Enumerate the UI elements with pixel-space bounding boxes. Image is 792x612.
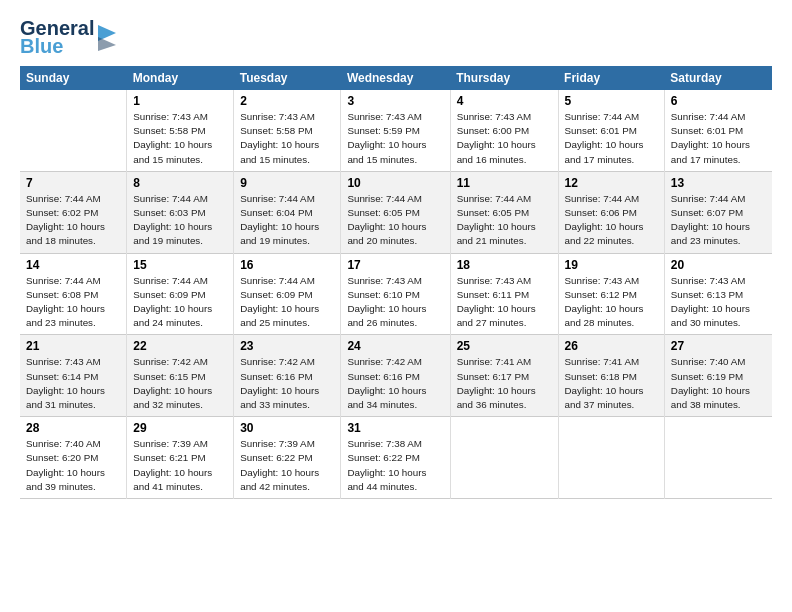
calendar-cell: 29Sunrise: 7:39 AM Sunset: 6:21 PM Dayli… [127, 417, 234, 499]
calendar-cell: 25Sunrise: 7:41 AM Sunset: 6:17 PM Dayli… [450, 335, 558, 417]
day-number: 24 [347, 339, 443, 353]
day-info: Sunrise: 7:40 AM Sunset: 6:20 PM Dayligh… [26, 437, 120, 494]
calendar-cell: 27Sunrise: 7:40 AM Sunset: 6:19 PM Dayli… [664, 335, 772, 417]
day-info: Sunrise: 7:42 AM Sunset: 6:15 PM Dayligh… [133, 355, 227, 412]
calendar-cell: 20Sunrise: 7:43 AM Sunset: 6:13 PM Dayli… [664, 253, 772, 335]
day-info: Sunrise: 7:41 AM Sunset: 6:18 PM Dayligh… [565, 355, 658, 412]
weekday-header-thursday: Thursday [450, 66, 558, 90]
day-number: 20 [671, 258, 766, 272]
day-info: Sunrise: 7:43 AM Sunset: 5:59 PM Dayligh… [347, 110, 443, 167]
weekday-header-tuesday: Tuesday [234, 66, 341, 90]
calendar-cell: 7Sunrise: 7:44 AM Sunset: 6:02 PM Daylig… [20, 171, 127, 253]
day-number: 5 [565, 94, 658, 108]
day-info: Sunrise: 7:43 AM Sunset: 5:58 PM Dayligh… [240, 110, 334, 167]
logo-blue: Blue [20, 36, 94, 56]
header: General Blue [20, 18, 772, 56]
day-info: Sunrise: 7:40 AM Sunset: 6:19 PM Dayligh… [671, 355, 766, 412]
week-row-2: 7Sunrise: 7:44 AM Sunset: 6:02 PM Daylig… [20, 171, 772, 253]
day-info: Sunrise: 7:39 AM Sunset: 6:21 PM Dayligh… [133, 437, 227, 494]
day-info: Sunrise: 7:43 AM Sunset: 5:58 PM Dayligh… [133, 110, 227, 167]
calendar-cell [664, 417, 772, 499]
day-number: 31 [347, 421, 443, 435]
week-row-1: 1Sunrise: 7:43 AM Sunset: 5:58 PM Daylig… [20, 90, 772, 171]
weekday-header-row: SundayMondayTuesdayWednesdayThursdayFrid… [20, 66, 772, 90]
calendar-cell: 11Sunrise: 7:44 AM Sunset: 6:05 PM Dayli… [450, 171, 558, 253]
day-number: 29 [133, 421, 227, 435]
day-number: 28 [26, 421, 120, 435]
calendar-cell: 8Sunrise: 7:44 AM Sunset: 6:03 PM Daylig… [127, 171, 234, 253]
weekday-header-sunday: Sunday [20, 66, 127, 90]
calendar-cell: 4Sunrise: 7:43 AM Sunset: 6:00 PM Daylig… [450, 90, 558, 171]
weekday-header-saturday: Saturday [664, 66, 772, 90]
day-number: 7 [26, 176, 120, 190]
day-number: 2 [240, 94, 334, 108]
calendar-cell: 18Sunrise: 7:43 AM Sunset: 6:11 PM Dayli… [450, 253, 558, 335]
calendar-cell: 9Sunrise: 7:44 AM Sunset: 6:04 PM Daylig… [234, 171, 341, 253]
day-info: Sunrise: 7:39 AM Sunset: 6:22 PM Dayligh… [240, 437, 334, 494]
calendar-table: SundayMondayTuesdayWednesdayThursdayFrid… [20, 66, 772, 499]
day-number: 14 [26, 258, 120, 272]
weekday-header-friday: Friday [558, 66, 664, 90]
day-number: 21 [26, 339, 120, 353]
calendar-cell: 17Sunrise: 7:43 AM Sunset: 6:10 PM Dayli… [341, 253, 450, 335]
calendar-cell: 31Sunrise: 7:38 AM Sunset: 6:22 PM Dayli… [341, 417, 450, 499]
logo-icon [96, 23, 118, 51]
day-number: 1 [133, 94, 227, 108]
calendar-cell: 6Sunrise: 7:44 AM Sunset: 6:01 PM Daylig… [664, 90, 772, 171]
week-row-4: 21Sunrise: 7:43 AM Sunset: 6:14 PM Dayli… [20, 335, 772, 417]
day-info: Sunrise: 7:43 AM Sunset: 6:10 PM Dayligh… [347, 274, 443, 331]
calendar-cell: 21Sunrise: 7:43 AM Sunset: 6:14 PM Dayli… [20, 335, 127, 417]
day-info: Sunrise: 7:44 AM Sunset: 6:06 PM Dayligh… [565, 192, 658, 249]
day-info: Sunrise: 7:43 AM Sunset: 6:14 PM Dayligh… [26, 355, 120, 412]
day-number: 6 [671, 94, 766, 108]
day-number: 26 [565, 339, 658, 353]
day-info: Sunrise: 7:44 AM Sunset: 6:05 PM Dayligh… [457, 192, 552, 249]
calendar-cell [20, 90, 127, 171]
day-number: 15 [133, 258, 227, 272]
week-row-5: 28Sunrise: 7:40 AM Sunset: 6:20 PM Dayli… [20, 417, 772, 499]
day-info: Sunrise: 7:44 AM Sunset: 6:04 PM Dayligh… [240, 192, 334, 249]
calendar-cell: 19Sunrise: 7:43 AM Sunset: 6:12 PM Dayli… [558, 253, 664, 335]
day-info: Sunrise: 7:44 AM Sunset: 6:08 PM Dayligh… [26, 274, 120, 331]
page: General Blue SundayMondayTuesdayWednesda… [0, 0, 792, 509]
calendar-cell: 1Sunrise: 7:43 AM Sunset: 5:58 PM Daylig… [127, 90, 234, 171]
calendar-cell: 16Sunrise: 7:44 AM Sunset: 6:09 PM Dayli… [234, 253, 341, 335]
day-info: Sunrise: 7:43 AM Sunset: 6:11 PM Dayligh… [457, 274, 552, 331]
day-info: Sunrise: 7:44 AM Sunset: 6:02 PM Dayligh… [26, 192, 120, 249]
calendar-cell: 22Sunrise: 7:42 AM Sunset: 6:15 PM Dayli… [127, 335, 234, 417]
calendar-cell [450, 417, 558, 499]
day-info: Sunrise: 7:38 AM Sunset: 6:22 PM Dayligh… [347, 437, 443, 494]
calendar-cell: 13Sunrise: 7:44 AM Sunset: 6:07 PM Dayli… [664, 171, 772, 253]
day-info: Sunrise: 7:44 AM Sunset: 6:01 PM Dayligh… [671, 110, 766, 167]
day-info: Sunrise: 7:43 AM Sunset: 6:12 PM Dayligh… [565, 274, 658, 331]
calendar-cell: 5Sunrise: 7:44 AM Sunset: 6:01 PM Daylig… [558, 90, 664, 171]
day-number: 18 [457, 258, 552, 272]
day-number: 25 [457, 339, 552, 353]
calendar-cell: 14Sunrise: 7:44 AM Sunset: 6:08 PM Dayli… [20, 253, 127, 335]
day-info: Sunrise: 7:43 AM Sunset: 6:13 PM Dayligh… [671, 274, 766, 331]
day-number: 10 [347, 176, 443, 190]
day-info: Sunrise: 7:44 AM Sunset: 6:09 PM Dayligh… [240, 274, 334, 331]
day-info: Sunrise: 7:44 AM Sunset: 6:03 PM Dayligh… [133, 192, 227, 249]
calendar-cell: 24Sunrise: 7:42 AM Sunset: 6:16 PM Dayli… [341, 335, 450, 417]
calendar-cell: 26Sunrise: 7:41 AM Sunset: 6:18 PM Dayli… [558, 335, 664, 417]
day-number: 19 [565, 258, 658, 272]
day-info: Sunrise: 7:44 AM Sunset: 6:07 PM Dayligh… [671, 192, 766, 249]
day-info: Sunrise: 7:42 AM Sunset: 6:16 PM Dayligh… [240, 355, 334, 412]
day-info: Sunrise: 7:42 AM Sunset: 6:16 PM Dayligh… [347, 355, 443, 412]
day-number: 17 [347, 258, 443, 272]
logo: General Blue [20, 18, 118, 56]
calendar-cell: 30Sunrise: 7:39 AM Sunset: 6:22 PM Dayli… [234, 417, 341, 499]
day-info: Sunrise: 7:44 AM Sunset: 6:01 PM Dayligh… [565, 110, 658, 167]
day-info: Sunrise: 7:43 AM Sunset: 6:00 PM Dayligh… [457, 110, 552, 167]
day-number: 9 [240, 176, 334, 190]
day-number: 30 [240, 421, 334, 435]
day-number: 16 [240, 258, 334, 272]
calendar-cell: 2Sunrise: 7:43 AM Sunset: 5:58 PM Daylig… [234, 90, 341, 171]
calendar-cell: 15Sunrise: 7:44 AM Sunset: 6:09 PM Dayli… [127, 253, 234, 335]
calendar-cell [558, 417, 664, 499]
day-info: Sunrise: 7:44 AM Sunset: 6:05 PM Dayligh… [347, 192, 443, 249]
day-number: 12 [565, 176, 658, 190]
weekday-header-wednesday: Wednesday [341, 66, 450, 90]
day-number: 4 [457, 94, 552, 108]
